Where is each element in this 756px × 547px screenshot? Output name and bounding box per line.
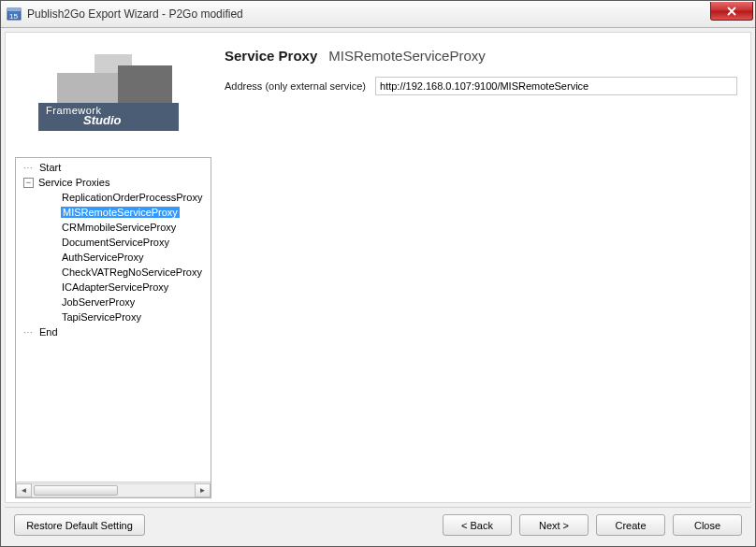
- wizard-window: 15 Publish2Go Export Wizard - P2Go modif…: [0, 0, 756, 547]
- tree-node-proxy[interactable]: CRMmobileServiceProxy: [16, 220, 211, 235]
- scroll-right-arrow[interactable]: ►: [195, 483, 211, 497]
- tree-node-proxy[interactable]: ICAdapterServiceProxy: [16, 280, 211, 295]
- content-area: Framework Studio ⋯Start−Service ProxiesR…: [5, 32, 751, 503]
- tree-node-label: ReplicationOrderProcessProxy: [61, 192, 203, 203]
- create-button[interactable]: Create: [596, 514, 665, 536]
- tree-node-label: ICAdapterServiceProxy: [61, 281, 169, 293]
- tree-node-proxy[interactable]: CheckVATRegNoServiceProxy: [16, 265, 211, 280]
- tree-connector: ⋯: [23, 163, 36, 173]
- tree-node-proxy[interactable]: ReplicationOrderProcessProxy: [16, 190, 211, 205]
- tree-node-label: Start: [38, 162, 62, 173]
- back-button[interactable]: < Back: [443, 514, 512, 536]
- page-heading: Service Proxy MISRemoteServiceProxy: [225, 48, 737, 64]
- address-row: Address (only external service): [225, 77, 737, 95]
- tree-node-proxy[interactable]: JobServerProxy: [16, 295, 211, 309]
- tree-node-label: AuthServiceProxy: [61, 252, 144, 263]
- tree-node-label: MISRemoteServiceProxy: [61, 207, 180, 218]
- tree-node-label: Service Proxies: [37, 177, 110, 188]
- logo-text-2: Studio: [83, 114, 179, 127]
- app-icon: 15: [7, 7, 22, 22]
- tree-node-proxy[interactable]: AuthServiceProxy: [16, 250, 211, 265]
- horizontal-scrollbar[interactable]: ◄ ►: [16, 482, 211, 497]
- expander-icon[interactable]: −: [23, 178, 34, 188]
- tree-node-proxy[interactable]: MISRemoteServiceProxy: [16, 205, 211, 220]
- tree-connector: ⋯: [23, 327, 36, 338]
- close-button[interactable]: Close: [673, 514, 742, 536]
- tree-node-label: DocumentServiceProxy: [61, 237, 170, 248]
- main-panel: Service Proxy MISRemoteServiceProxy Addr…: [221, 42, 741, 498]
- nav-tree[interactable]: ⋯Start−Service ProxiesReplicationOrderPr…: [16, 158, 211, 482]
- footer-bar: Restore Default Setting < Back Next > Cr…: [5, 507, 751, 542]
- title-bar[interactable]: 15 Publish2Go Export Wizard - P2Go modif…: [1, 1, 755, 28]
- scroll-left-arrow[interactable]: ◄: [16, 483, 32, 497]
- logo: Framework Studio: [15, 42, 211, 150]
- heading-name: MISRemoteServiceProxy: [328, 48, 486, 64]
- tree-node-proxy[interactable]: TapiServiceProxy: [16, 309, 211, 324]
- svg-text:15: 15: [9, 12, 18, 21]
- tree-node-label: JobServerProxy: [61, 296, 136, 308]
- window-close-button[interactable]: [710, 2, 753, 21]
- scroll-track[interactable]: [32, 483, 195, 497]
- next-button[interactable]: Next >: [519, 514, 589, 536]
- tree-node-label: TapiServiceProxy: [61, 311, 142, 323]
- tree-node-start[interactable]: ⋯Start: [16, 160, 211, 175]
- tree-node-end[interactable]: ⋯End: [16, 324, 211, 339]
- close-icon: [727, 7, 736, 16]
- scroll-thumb[interactable]: [34, 485, 118, 496]
- address-input[interactable]: [375, 77, 737, 95]
- window-title: Publish2Go Export Wizard - P2Go modified: [27, 7, 243, 21]
- nav-tree-container: ⋯Start−Service ProxiesReplicationOrderPr…: [15, 157, 211, 498]
- tree-node-label: End: [38, 326, 59, 338]
- address-label: Address (only external service): [225, 80, 366, 92]
- svg-rect-1: [7, 8, 21, 11]
- tree-node-label: CheckVATRegNoServiceProxy: [61, 266, 203, 278]
- tree-node-proxy[interactable]: DocumentServiceProxy: [16, 235, 211, 250]
- heading-label: Service Proxy: [225, 48, 317, 64]
- left-panel: Framework Studio ⋯Start−Service ProxiesR…: [15, 42, 211, 498]
- restore-default-button[interactable]: Restore Default Setting: [14, 514, 145, 536]
- tree-node-service-proxies[interactable]: −Service Proxies: [16, 175, 211, 190]
- tree-node-label: CRMmobileServiceProxy: [61, 222, 177, 233]
